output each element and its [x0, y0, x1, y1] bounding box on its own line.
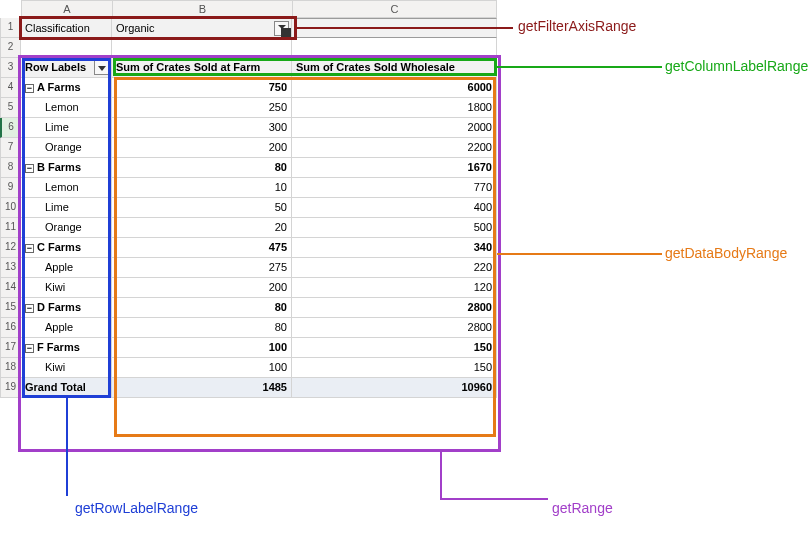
data-cell: 770: [292, 178, 497, 198]
empty-cell: [292, 18, 497, 38]
group-row-label[interactable]: −C Farms: [21, 238, 112, 258]
column-header-sold-farm: Sum of Crates Sold at Farm: [112, 58, 292, 78]
row-header-18[interactable]: 18: [0, 358, 21, 378]
data-cell: 20: [112, 218, 292, 238]
leader-line: [497, 253, 662, 255]
table-row: Lemon2501800: [21, 98, 497, 118]
column-header-a[interactable]: A: [21, 0, 112, 18]
row-labels-dropdown-icon[interactable]: [94, 60, 109, 75]
data-cell: 150: [292, 358, 497, 378]
data-cell: 1800: [292, 98, 497, 118]
item-row-label: Lime: [21, 118, 112, 138]
table-row: Apple802800: [21, 318, 497, 338]
table-row: Apple275220: [21, 258, 497, 278]
collapse-icon[interactable]: −: [25, 304, 34, 313]
data-cell: 120: [292, 278, 497, 298]
table-row: −D Farms802800: [21, 298, 497, 318]
row-header-6[interactable]: 6: [0, 118, 21, 138]
table-row: −C Farms475340: [21, 238, 497, 258]
row-header-16[interactable]: 16: [0, 318, 21, 338]
column-header-row: A B C: [0, 0, 497, 18]
data-cell: 200: [112, 138, 292, 158]
table-row: Orange2002200: [21, 138, 497, 158]
data-cell: 80: [112, 298, 292, 318]
data-cell: 500: [292, 218, 497, 238]
filter-dropdown-icon[interactable]: [274, 21, 289, 36]
leader-line: [497, 66, 662, 68]
group-row-label[interactable]: −D Farms: [21, 298, 112, 318]
data-cell: 80: [112, 158, 292, 178]
table-row: [21, 38, 497, 58]
data-cell: 150: [292, 338, 497, 358]
filter-value-cell[interactable]: Organic: [112, 18, 292, 38]
data-cell: 50: [112, 198, 292, 218]
table-row: −A Farms7506000: [21, 78, 497, 98]
row-header-7[interactable]: 7: [0, 138, 21, 158]
row-header-15[interactable]: 15: [0, 298, 21, 318]
annotation-data-body: getDataBodyRange: [665, 245, 787, 261]
data-cell: 1670: [292, 158, 497, 178]
annotation-row-label: getRowLabelRange: [75, 500, 198, 516]
table-row: Lime3002000: [21, 118, 497, 138]
data-cell: 750: [112, 78, 292, 98]
data-cell: 275: [112, 258, 292, 278]
data-cell: 400: [292, 198, 497, 218]
group-row-label[interactable]: −F Farms: [21, 338, 112, 358]
data-cell: 200: [112, 278, 292, 298]
empty-cell: [292, 38, 497, 58]
row-header-10[interactable]: 10: [0, 198, 21, 218]
row-header-8[interactable]: 8: [0, 158, 21, 178]
collapse-icon[interactable]: −: [25, 164, 34, 173]
grand-total-value: 10960: [292, 378, 497, 398]
data-cell: 300: [112, 118, 292, 138]
table-row: −B Farms801670: [21, 158, 497, 178]
collapse-icon[interactable]: −: [25, 344, 34, 353]
column-header-sold-wholesale: Sum of Crates Sold Wholesale: [292, 58, 497, 78]
item-row-label: Orange: [21, 218, 112, 238]
data-cell: 340: [292, 238, 497, 258]
empty-cell: [21, 38, 112, 58]
column-header-c[interactable]: C: [292, 0, 497, 18]
collapse-icon[interactable]: −: [25, 84, 34, 93]
table-row: Grand Total148510960: [21, 378, 497, 398]
row-header-2[interactable]: 2: [0, 38, 21, 58]
table-row: ClassificationOrganic: [21, 18, 497, 38]
row-header-11[interactable]: 11: [0, 218, 21, 238]
annotation-column-label: getColumnLabelRange: [665, 58, 808, 74]
grand-total-label: Grand Total: [21, 378, 112, 398]
annotation-filter-axis: getFilterAxisRange: [518, 18, 636, 34]
column-header-b[interactable]: B: [112, 0, 292, 18]
group-row-label[interactable]: −B Farms: [21, 158, 112, 178]
data-cell: 10: [112, 178, 292, 198]
data-cell: 2000: [292, 118, 497, 138]
grid-area: ClassificationOrganicRow LabelsSum of Cr…: [21, 18, 497, 398]
row-header-5[interactable]: 5: [0, 98, 21, 118]
data-cell: 250: [112, 98, 292, 118]
spreadsheet: A B C 12345678910111213141516171819 Clas…: [0, 0, 497, 18]
data-cell: 100: [112, 358, 292, 378]
table-row: Kiwi100150: [21, 358, 497, 378]
row-header-14[interactable]: 14: [0, 278, 21, 298]
item-row-label: Lemon: [21, 98, 112, 118]
empty-cell: [112, 38, 292, 58]
row-header-12[interactable]: 12: [0, 238, 21, 258]
row-header-3[interactable]: 3: [0, 58, 21, 78]
table-row: Row LabelsSum of Crates Sold at FarmSum …: [21, 58, 497, 78]
item-row-label: Lime: [21, 198, 112, 218]
row-header-strip: 12345678910111213141516171819: [0, 18, 21, 398]
filter-field-label: Classification: [21, 18, 112, 38]
group-row-label[interactable]: −A Farms: [21, 78, 112, 98]
collapse-icon[interactable]: −: [25, 244, 34, 253]
data-cell: 475: [112, 238, 292, 258]
row-labels-header[interactable]: Row Labels: [21, 58, 112, 78]
table-row: Lemon10770: [21, 178, 497, 198]
row-header-17[interactable]: 17: [0, 338, 21, 358]
row-header-13[interactable]: 13: [0, 258, 21, 278]
row-header-9[interactable]: 9: [0, 178, 21, 198]
table-row: −F Farms100150: [21, 338, 497, 358]
leader-line: [440, 498, 548, 500]
row-header-1[interactable]: 1: [0, 18, 21, 38]
item-row-label: Kiwi: [21, 278, 112, 298]
row-header-19[interactable]: 19: [0, 378, 21, 398]
row-header-4[interactable]: 4: [0, 78, 21, 98]
